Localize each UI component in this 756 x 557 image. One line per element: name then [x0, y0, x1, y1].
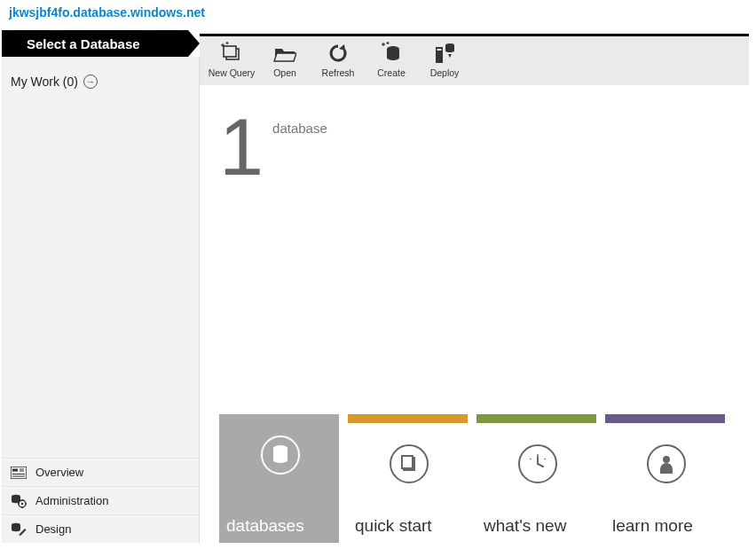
toolbar: New Query Open Refresh Create — [200, 36, 749, 85]
nav-administration[interactable]: Administration — [2, 486, 199, 514]
open-button[interactable]: Open — [258, 39, 311, 78]
administration-icon — [11, 493, 27, 509]
create-button[interactable]: Create — [365, 39, 418, 78]
tile-learn-more[interactable]: learn more — [605, 414, 725, 543]
tile-accent — [476, 414, 596, 423]
tile-accent — [348, 414, 468, 423]
tile-whats-new[interactable]: what's new — [476, 414, 596, 543]
new-query-label: New Query — [205, 67, 258, 78]
database-icon — [261, 435, 300, 475]
tiles-row: databases quick start what — [219, 414, 725, 543]
tile-databases[interactable]: databases — [219, 414, 339, 543]
deploy-icon — [418, 39, 471, 67]
svg-rect-15 — [224, 46, 236, 57]
svg-line-32 — [538, 464, 543, 467]
deploy-button[interactable]: Deploy — [418, 39, 471, 78]
nav-overview-label: Overview — [35, 466, 83, 479]
create-icon — [365, 39, 418, 67]
new-query-button[interactable]: New Query — [205, 39, 258, 78]
tile-accent — [605, 414, 725, 423]
select-database-header[interactable]: Select a Database — [2, 30, 200, 57]
select-database-label: Select a Database — [27, 36, 140, 51]
learn-more-icon — [647, 444, 686, 483]
nav-design[interactable]: Design — [2, 514, 199, 543]
refresh-button[interactable]: Refresh — [311, 39, 365, 78]
svg-rect-30 — [402, 456, 413, 468]
tile-quick-start-label: quick start — [355, 516, 432, 536]
svg-point-8 — [21, 502, 24, 505]
tile-whats-new-label: what's new — [484, 516, 566, 536]
sidebar-bottom-nav: Overview Administration Design — [2, 458, 199, 543]
refresh-label: Refresh — [311, 67, 365, 78]
svg-rect-26 — [437, 49, 442, 51]
svg-line-35 — [530, 459, 532, 459]
design-icon — [11, 522, 27, 537]
svg-point-36 — [663, 456, 670, 463]
open-icon — [258, 39, 311, 67]
quick-start-icon — [390, 444, 429, 483]
sidebar: My Work (0) → Overview Administration — [2, 57, 200, 543]
tile-databases-label: databases — [226, 516, 304, 536]
my-work-label: My Work (0) — [11, 75, 78, 89]
new-query-icon — [205, 39, 258, 67]
refresh-icon — [311, 39, 365, 67]
nav-overview[interactable]: Overview — [2, 458, 199, 486]
breadcrumb[interactable]: jkwsjbf4fo.database.windows.net — [0, 0, 756, 23]
breadcrumb-server: jkwsjbf4fo.database.windows.net — [9, 5, 205, 20]
create-label: Create — [365, 67, 418, 78]
database-count-number: 1 — [219, 112, 264, 184]
open-label: Open — [258, 67, 311, 78]
svg-rect-0 — [11, 467, 27, 479]
my-work-link[interactable]: My Work (0) → — [2, 57, 199, 89]
deploy-label: Deploy — [418, 67, 471, 78]
whats-new-icon — [518, 444, 557, 483]
nav-design-label: Design — [35, 522, 71, 536]
svg-line-34 — [544, 459, 546, 459]
database-count-stat: 1 database — [219, 112, 749, 184]
svg-rect-1 — [12, 468, 18, 471]
nav-administration-label: Administration — [35, 494, 108, 507]
arrow-right-icon: → — [83, 75, 98, 89]
database-count-label: database — [272, 121, 327, 136]
overview-icon — [11, 465, 27, 481]
tile-quick-start[interactable]: quick start — [348, 414, 468, 543]
tile-learn-more-label: learn more — [612, 516, 693, 536]
main-panel: New Query Open Refresh Create — [200, 34, 749, 543]
